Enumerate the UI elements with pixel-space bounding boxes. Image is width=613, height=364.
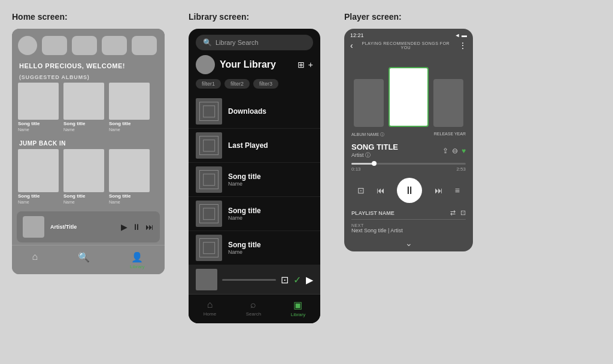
cast-icon[interactable]: ⊡: [281, 274, 289, 286]
np-progress-bar: [222, 279, 276, 281]
nav-search[interactable]: ⌕ Search: [246, 299, 261, 317]
heart-icon[interactable]: ♥: [462, 147, 466, 155]
album-meta: ALBUM NAME ⓘ RELEASE YEAR: [344, 132, 473, 140]
list-item[interactable]: Last Played: [189, 129, 320, 163]
home-tab-2[interactable]: [72, 36, 97, 55]
pause-button[interactable]: ⏸: [397, 178, 422, 203]
home-screen-label: Home screen:: [12, 12, 165, 22]
jump-thumb: [18, 149, 59, 192]
song-info: SONG TITLE Artist ⓘ ⇪ ⊖ ♥: [344, 140, 473, 162]
album-main: [389, 67, 429, 127]
back-button[interactable]: ‹: [350, 41, 353, 50]
list-item[interactable]: Song title Name: [189, 197, 320, 231]
library-now-playing[interactable]: ⊡ ✓ ▶: [189, 265, 320, 294]
progress-bar[interactable]: [351, 163, 466, 165]
player-screen-label: Player screen:: [344, 12, 473, 22]
your-library-title: Your Library: [220, 59, 293, 70]
play-icon[interactable]: ▶: [306, 274, 313, 286]
library-header: Your Library ⊞ +: [189, 55, 320, 79]
library-search-bar[interactable]: 🔍 Library Search: [196, 35, 313, 50]
now-playing-bar[interactable]: Artist/Title ▶ ⏸ ⏭: [17, 211, 160, 242]
jump-title: Song title: [63, 193, 104, 199]
status-bar: 12:21 ◄ ▬: [344, 29, 473, 40]
now-playing-controls: ▶ ⏸ ⏭: [121, 222, 154, 232]
list-item[interactable]: Song title Name: [18, 149, 59, 204]
filter-button-1[interactable]: filter1: [196, 79, 221, 89]
item-subtitle: Name: [228, 249, 261, 255]
jump-name: Name: [18, 200, 59, 204]
filter-button-3[interactable]: filter3: [253, 79, 278, 89]
release-year-label: RELEASE YEAR: [434, 132, 466, 138]
item-title: Last Played: [228, 141, 268, 150]
album-title: Song title: [109, 121, 150, 126]
list-item[interactable]: Song title Name: [189, 231, 320, 265]
album-name: Name: [109, 128, 150, 132]
search-icon: 🔍: [203, 38, 212, 47]
share-icon[interactable]: ⇪: [442, 147, 448, 155]
item-info: Song title Name: [228, 172, 261, 187]
time-elapsed: 0:13: [351, 166, 361, 172]
nav-library-label: Library: [130, 264, 144, 269]
home-tab-1[interactable]: [42, 36, 67, 55]
player-screen: 12:21 ◄ ▬ ‹ PLAYING RECOMMENDED SONGS FO…: [344, 29, 473, 251]
jump-thumb: [63, 149, 104, 192]
nav-home[interactable]: ⌂ Home: [204, 299, 216, 317]
now-playing-title: Artist/Title: [50, 224, 115, 230]
minus-icon[interactable]: ⊖: [452, 147, 458, 155]
list-item[interactable]: Song title Name: [189, 163, 320, 197]
search-icon: 🔍: [78, 251, 90, 263]
jump-title: Song title: [18, 193, 59, 199]
album-name-label: ALBUM NAME ⓘ: [351, 132, 384, 138]
pause-button[interactable]: ⏸: [132, 222, 141, 232]
playlist-row: PLAYLIST NAME ⇄ ⊡: [344, 207, 473, 219]
list-item[interactable]: Song title Name: [63, 149, 104, 204]
item-subtitle: Name: [228, 215, 261, 221]
chevron-down-icon[interactable]: ⌄: [344, 236, 473, 251]
queue-icon[interactable]: ≡: [455, 186, 460, 195]
home-nav-bar: ⌂ 🔍 👤 Library: [12, 245, 165, 274]
library-header-icons: ⊞ +: [298, 60, 313, 69]
song-actions: ⇪ ⊖ ♥: [442, 147, 466, 155]
home-icon: ⌂: [32, 251, 38, 262]
home-tab-4[interactable]: [132, 36, 157, 55]
grid-icon[interactable]: ⊞: [298, 60, 305, 69]
lyrics-icon[interactable]: ⊡: [357, 186, 365, 195]
jump-thumb: [109, 149, 150, 192]
filter-button-2[interactable]: filter2: [224, 79, 250, 89]
player-top-nav: ‹ PLAYING RECOMMENDED SONGS FOR YOU ⋮: [344, 40, 473, 54]
item-title: Song title: [228, 172, 261, 181]
home-tab-3[interactable]: [102, 36, 127, 55]
album-side-left: [354, 79, 384, 127]
list-item[interactable]: Downloads: [189, 95, 320, 129]
next-button[interactable]: ⏭: [145, 222, 154, 232]
library-icon: ▣: [293, 299, 302, 311]
list-item[interactable]: Song title Name: [18, 83, 59, 132]
album-display: [344, 54, 473, 132]
nav-home[interactable]: ⌂: [32, 251, 38, 269]
home-profile-icon: [18, 36, 37, 55]
check-icon[interactable]: ✓: [293, 274, 301, 286]
list-item[interactable]: Song title Name: [109, 149, 150, 204]
suggested-albums-grid: Song title Name Song title Name Song tit…: [12, 83, 165, 136]
search-placeholder: Library Search: [216, 39, 259, 46]
item-thumbnail: [196, 98, 222, 125]
song-text: SONG TITLE Artist ⓘ: [351, 142, 398, 159]
np-icons: ⊡ ✓ ▶: [281, 274, 313, 286]
list-icon[interactable]: ⊡: [460, 209, 466, 217]
home-icon: ⌂: [207, 299, 213, 310]
nav-library[interactable]: ▣ Library: [291, 299, 305, 317]
next-button[interactable]: ⏭: [435, 186, 443, 195]
playlist-icons: ⇄ ⊡: [450, 209, 466, 217]
play-button[interactable]: ▶: [121, 222, 128, 232]
add-icon[interactable]: +: [308, 60, 313, 69]
progress-dot: [372, 161, 377, 166]
prev-button[interactable]: ⏮: [377, 186, 385, 195]
nav-library[interactable]: 👤 Library: [130, 251, 144, 269]
list-item[interactable]: Song title Name: [63, 83, 104, 132]
library-list: Downloads Last Played Song title Name: [189, 95, 320, 265]
shuffle-icon[interactable]: ⇄: [450, 209, 456, 217]
list-item[interactable]: Song title Name: [109, 83, 150, 132]
more-button[interactable]: ⋮: [459, 41, 467, 50]
nav-search-label: Search: [246, 311, 261, 317]
nav-search[interactable]: 🔍: [78, 251, 90, 269]
